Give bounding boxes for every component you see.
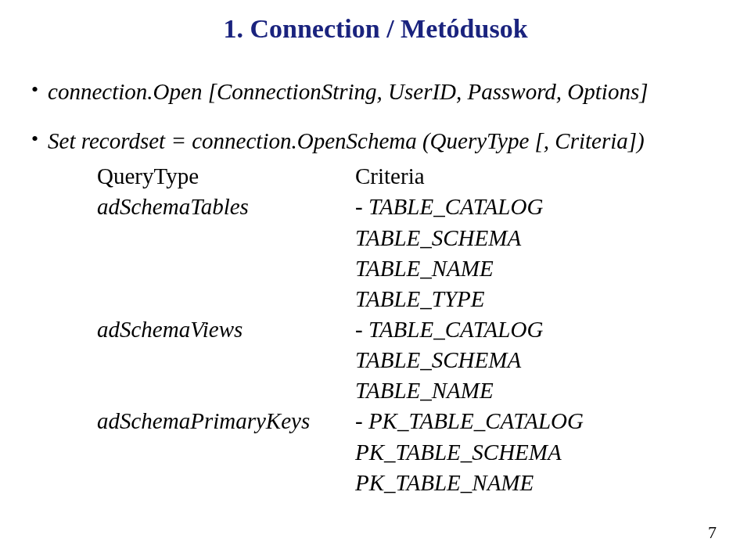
- table-cell-left: [97, 437, 355, 468]
- table-row: adSchemaViews - TABLE_CATALOG: [97, 314, 720, 345]
- page-number: 7: [708, 522, 717, 543]
- table-cell-left: [97, 375, 355, 406]
- table-row: PK_TABLE_SCHEMA: [97, 437, 720, 468]
- table-header-left: QueryType: [97, 161, 355, 192]
- slide-page: 1. Connection / Metódusok • connection.O…: [0, 0, 751, 560]
- table-cell-right: - TABLE_CATALOG: [355, 192, 543, 222]
- page-title: 1. Connection / Metódusok: [31, 14, 720, 44]
- table-cell-right: PK_TABLE_NAME: [355, 468, 534, 498]
- table-row: TABLE_NAME: [97, 375, 720, 406]
- table-cell-right: TABLE_TYPE: [355, 284, 484, 314]
- table-cell-right: TABLE_SCHEMA: [355, 223, 521, 253]
- table-row: TABLE_SCHEMA: [97, 345, 720, 375]
- table-cell-right: PK_TABLE_SCHEMA: [355, 437, 562, 468]
- bullet-2-text: Set recordset = connection.OpenSchema (Q…: [48, 126, 645, 156]
- bullet-dot-icon: •: [31, 129, 38, 149]
- table-cell-right: - PK_TABLE_CATALOG: [355, 406, 584, 436]
- table-cell-left: adSchemaTables: [97, 192, 355, 222]
- table-header-right: Criteria: [355, 161, 425, 192]
- bullet-1-text: connection.Open [ConnectionString, UserI…: [48, 77, 648, 107]
- querytype-table: QueryType Criteria adSchemaTables - TABL…: [97, 161, 720, 498]
- table-row: PK_TABLE_NAME: [97, 468, 720, 498]
- table-cell-left: [97, 253, 355, 284]
- table-row: adSchemaPrimaryKeys - PK_TABLE_CATALOG: [97, 406, 720, 436]
- table-cell-right: TABLE_NAME: [355, 375, 494, 406]
- table-cell-left: adSchemaViews: [97, 314, 355, 345]
- table-cell-left: adSchemaPrimaryKeys: [97, 406, 355, 436]
- table-row: adSchemaTables - TABLE_CATALOG: [97, 192, 720, 222]
- table-row: TABLE_SCHEMA: [97, 223, 720, 253]
- table-row: TABLE_TYPE: [97, 284, 720, 314]
- bullet-1: • connection.Open [ConnectionString, Use…: [31, 77, 720, 107]
- table-header-row: QueryType Criteria: [97, 161, 720, 192]
- table-row: TABLE_NAME: [97, 253, 720, 284]
- bullet-2: • Set recordset = connection.OpenSchema …: [31, 126, 720, 498]
- table-cell-left: [97, 345, 355, 375]
- bullet-dot-icon: •: [31, 80, 38, 100]
- table-cell-right: TABLE_SCHEMA: [355, 345, 521, 375]
- table-cell-left: [97, 223, 355, 253]
- table-cell-left: [97, 468, 355, 498]
- table-cell-left: [97, 284, 355, 314]
- table-cell-right: TABLE_NAME: [355, 253, 494, 284]
- table-cell-right: - TABLE_CATALOG: [355, 314, 543, 345]
